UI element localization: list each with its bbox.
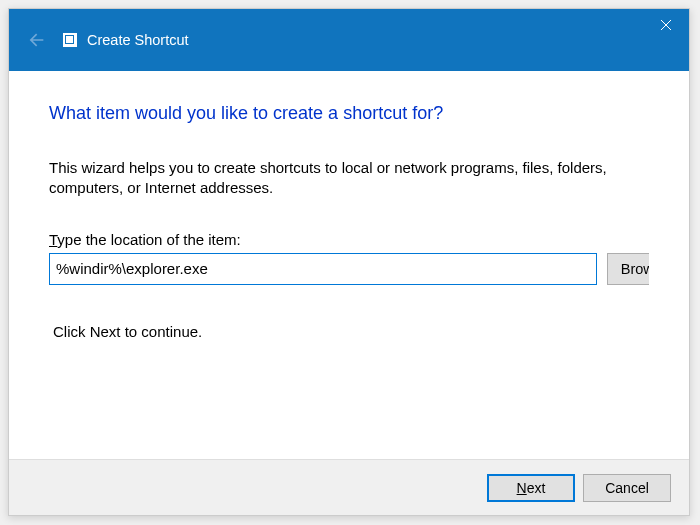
create-shortcut-window: Create Shortcut What item would you like… — [8, 8, 690, 516]
back-button[interactable] — [21, 26, 49, 54]
browse-clip: Browse... — [607, 253, 649, 285]
cancel-button[interactable]: Cancel — [583, 474, 671, 502]
next-button[interactable]: Next — [487, 474, 575, 502]
wizard-heading: What item would you like to create a sho… — [49, 103, 649, 124]
wizard-content: What item would you like to create a sho… — [9, 71, 689, 459]
next-text: ext — [527, 480, 546, 496]
window-title: Create Shortcut — [87, 32, 189, 48]
browse-accel: B — [621, 261, 631, 277]
back-arrow-icon — [25, 30, 45, 50]
shortcut-icon — [63, 33, 77, 47]
next-accel: N — [517, 480, 527, 496]
location-field-row: Type the location of the item: Browse... — [49, 231, 649, 285]
browse-text: rowse... — [630, 261, 649, 277]
location-label-text: ype the location of the item: — [57, 231, 240, 248]
location-field-col: Type the location of the item: — [49, 231, 597, 285]
browse-button[interactable]: Browse... — [607, 253, 649, 285]
wizard-description: This wizard helps you to create shortcut… — [49, 158, 649, 199]
titlebar: Create Shortcut — [9, 9, 689, 71]
location-label: Type the location of the item: — [49, 231, 597, 248]
location-input[interactable] — [49, 253, 597, 285]
close-icon — [660, 19, 672, 31]
continue-hint: Click Next to continue. — [53, 323, 649, 340]
wizard-footer: Next Cancel — [9, 459, 689, 515]
close-button[interactable] — [643, 9, 689, 41]
